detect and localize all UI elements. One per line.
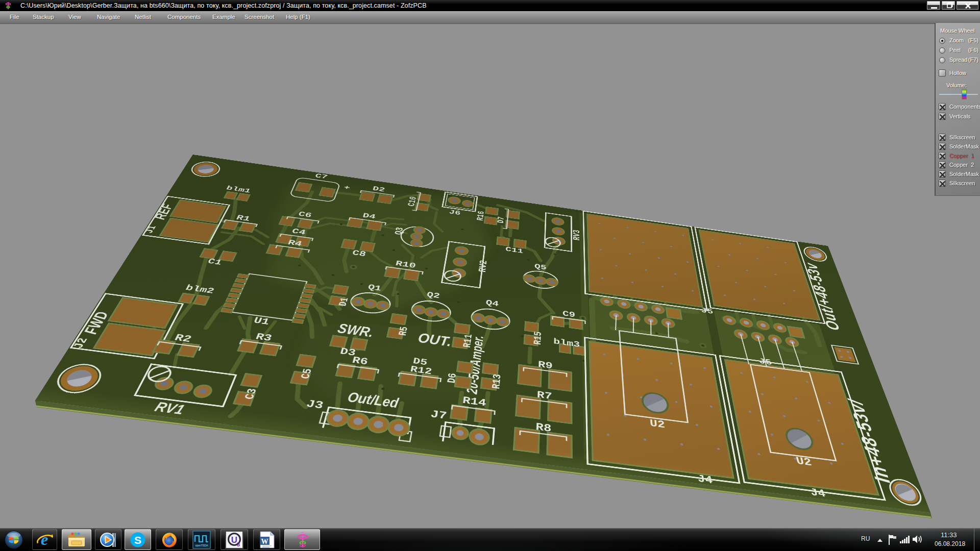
svg-text:W: W [261,537,268,545]
svg-text:3: 3 [237,541,240,547]
svg-text:openTSDA: openTSDA [195,544,208,547]
svg-text:S: S [134,534,141,545]
svg-text:e: e [40,531,47,548]
